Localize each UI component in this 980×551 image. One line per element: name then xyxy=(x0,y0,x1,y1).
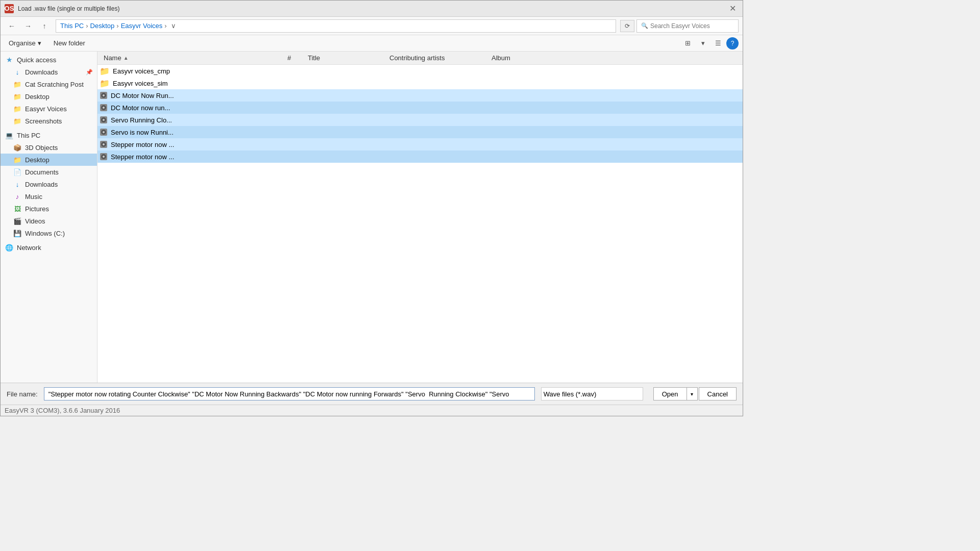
sidebar-item-screenshots[interactable]: 📁 Screenshots xyxy=(1,115,97,127)
pictures-icon: 🖼 xyxy=(13,204,22,213)
table-row[interactable]: Stepper motor now ... xyxy=(97,138,743,151)
column-title[interactable]: Title xyxy=(304,52,385,64)
drive-icon: 💾 xyxy=(13,229,22,238)
action-bar: Organise ▾ New folder ⊞ ▾ ☰ ? xyxy=(1,35,743,52)
sidebar-item-windows-c[interactable]: 💾 Windows (C:) xyxy=(1,227,97,239)
computer-icon: 💻 xyxy=(5,131,14,140)
cancel-button[interactable]: Cancel xyxy=(699,387,737,400)
wav-file-icon xyxy=(100,91,108,99)
column-contributing-artists[interactable]: Contributing artists xyxy=(385,52,487,64)
wav-file-icon xyxy=(100,140,108,148)
dialog-title: Load .wav file (single or multiple files… xyxy=(18,5,726,12)
breadcrumb-this-pc[interactable]: This PC xyxy=(60,22,84,30)
svg-point-5 xyxy=(103,107,105,109)
main-content: ★ Quick access ↓ Downloads 📌 📁 Cat Scrat… xyxy=(1,52,743,383)
wav-file-icon xyxy=(100,104,108,112)
svg-point-11 xyxy=(103,131,105,133)
table-row[interactable]: DC Motor Now Run... xyxy=(97,89,743,102)
filetype-select[interactable]: Wave files (*.wav) xyxy=(541,387,643,400)
sidebar-item-pictures[interactable]: 🖼 Pictures xyxy=(1,203,97,215)
back-button[interactable]: ← xyxy=(5,20,19,32)
sidebar-item-this-pc[interactable]: 💻 This PC xyxy=(1,129,97,141)
help-button[interactable]: ? xyxy=(726,37,739,49)
forward-button[interactable]: → xyxy=(21,20,35,32)
search-icon: 🔍 xyxy=(641,22,648,29)
file-open-dialog: OS Load .wav file (single or multiple fi… xyxy=(0,0,743,416)
search-input[interactable] xyxy=(650,22,734,30)
sidebar-label-quick-access: Quick access xyxy=(17,56,93,64)
column-hash[interactable]: # xyxy=(283,52,304,64)
open-button-dropdown[interactable]: ▾ xyxy=(687,388,697,400)
folder-icon-easyvr: 📁 xyxy=(13,104,22,113)
desktop-icon: 📁 xyxy=(13,155,22,164)
sidebar-item-downloads[interactable]: ↓ Downloads xyxy=(1,178,97,190)
download-icon: ↓ xyxy=(13,67,22,77)
network-section: 🌐 Network xyxy=(1,241,97,254)
sidebar: ★ Quick access ↓ Downloads 📌 📁 Cat Scrat… xyxy=(1,52,97,383)
breadcrumb-dropdown[interactable]: ∨ xyxy=(171,22,176,30)
sidebar-label-downloads-quick: Downloads xyxy=(25,68,83,76)
file-list: 📁 Easyvr voices_cmp 📁 Easyvr voices_sim xyxy=(97,65,743,163)
sidebar-item-documents[interactable]: 📄 Documents xyxy=(1,166,97,178)
quick-access-section: ★ Quick access ↓ Downloads 📌 📁 Cat Scrat… xyxy=(1,54,97,127)
refresh-button[interactable]: ⟳ xyxy=(620,20,634,32)
breadcrumb-easyvr[interactable]: Easyvr Voices xyxy=(121,22,163,30)
sidebar-item-desktop-quick[interactable]: 📁 Desktop xyxy=(1,90,97,103)
details-view-button[interactable]: ☰ xyxy=(711,37,725,49)
documents-icon: 📄 xyxy=(13,167,22,177)
column-album[interactable]: Album xyxy=(487,52,590,64)
sidebar-item-downloads-quick[interactable]: ↓ Downloads 📌 xyxy=(1,66,97,78)
search-bar: 🔍 xyxy=(636,19,739,33)
this-pc-section: 💻 This PC 📦 3D Objects 📁 Desktop 📄 Docum… xyxy=(1,129,97,239)
breadcrumb-desktop[interactable]: Desktop xyxy=(90,22,115,30)
sidebar-label-3d-objects: 3D Objects xyxy=(25,144,93,152)
sidebar-label-documents: Documents xyxy=(25,168,93,176)
filename-input[interactable] xyxy=(44,387,535,400)
new-folder-button[interactable]: New folder xyxy=(50,38,89,48)
table-row[interactable]: 📁 Easyvr voices_sim xyxy=(97,77,743,89)
network-icon: 🌐 xyxy=(5,243,14,252)
downloads-icon: ↓ xyxy=(13,180,22,189)
svg-point-2 xyxy=(103,94,105,96)
sidebar-label-downloads: Downloads xyxy=(25,181,93,188)
folder-icon: 📁 xyxy=(100,79,110,88)
sidebar-item-3d-objects[interactable]: 📦 3D Objects xyxy=(1,141,97,154)
grid-view-button[interactable]: ⊞ xyxy=(680,37,695,49)
videos-icon: 🎬 xyxy=(13,216,22,226)
sidebar-item-network[interactable]: 🌐 Network xyxy=(1,241,97,254)
open-button[interactable]: Open ▾ xyxy=(653,387,698,400)
status-text: EasyVR 3 (COM3), 3.6.6 January 2016 xyxy=(5,407,120,414)
folder-icon-screenshots: 📁 xyxy=(13,116,22,126)
sidebar-item-desktop[interactable]: 📁 Desktop xyxy=(1,154,97,166)
table-row[interactable]: Servo is now Runni... xyxy=(97,126,743,138)
sidebar-item-cat-scratching[interactable]: 📁 Cat Scratching Post xyxy=(1,78,97,90)
open-cancel-group: Open ▾ Cancel xyxy=(653,387,737,400)
sidebar-label-videos: Videos xyxy=(25,217,93,225)
file-area: Name ▲ # Title Contributing artists Albu… xyxy=(97,52,743,383)
sidebar-item-music[interactable]: ♪ Music xyxy=(1,190,97,203)
sidebar-label-desktop: Desktop xyxy=(25,156,93,164)
sidebar-label-desktop-quick: Desktop xyxy=(25,93,93,101)
table-row[interactable]: Stepper motor now ... xyxy=(97,151,743,163)
sidebar-label-this-pc: This PC xyxy=(17,132,93,139)
filename-label: File name: xyxy=(7,390,38,398)
sidebar-item-quick-access[interactable]: ★ Quick access xyxy=(1,54,97,66)
sidebar-item-easyvr-voices[interactable]: 📁 Easyvr Voices xyxy=(1,103,97,115)
star-icon: ★ xyxy=(5,55,14,64)
table-row[interactable]: DC Motor now run... xyxy=(97,102,743,114)
sidebar-item-videos[interactable]: 🎬 Videos xyxy=(1,215,97,227)
bottom-bar: File name: Wave files (*.wav) Open ▾ Can… xyxy=(1,383,743,405)
sort-arrow-name: ▲ xyxy=(124,55,129,61)
nav-toolbar: ← → ↑ This PC › Desktop › Easyvr Voices … xyxy=(1,17,743,35)
close-button[interactable]: ✕ xyxy=(726,3,739,15)
table-row[interactable]: Servo Running Clo... xyxy=(97,114,743,126)
column-name[interactable]: Name ▲ xyxy=(100,52,283,64)
up-button[interactable]: ↑ xyxy=(37,20,52,32)
table-row[interactable]: 📁 Easyvr voices_cmp xyxy=(97,65,743,77)
sidebar-label-network: Network xyxy=(17,244,93,252)
sidebar-label-screenshots: Screenshots xyxy=(25,117,93,125)
sidebar-label-cat-scratching: Cat Scratching Post xyxy=(25,81,93,88)
view-dropdown-button[interactable]: ▾ xyxy=(696,37,710,49)
organise-button[interactable]: Organise ▾ xyxy=(5,38,45,48)
wav-file-icon xyxy=(100,153,108,161)
